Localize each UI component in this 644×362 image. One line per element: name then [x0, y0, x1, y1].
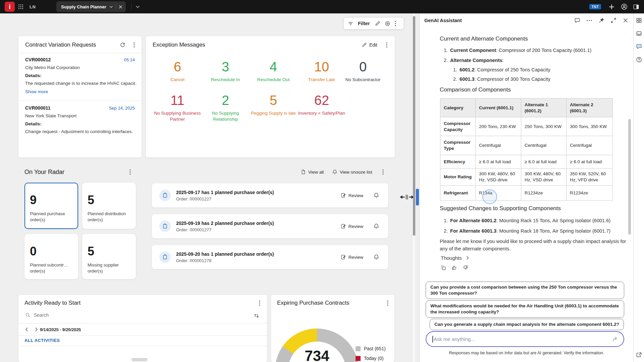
- review-button[interactable]: Review: [341, 193, 363, 198]
- radar-card-planned-distribution[interactable]: 5 Planned distribution order(s): [82, 183, 136, 229]
- right-rail: [633, 13, 644, 362]
- kebab-menu-icon[interactable]: [129, 169, 131, 175]
- exception-stat[interactable]: 2 No Supplying Relationship: [200, 93, 251, 122]
- card-title: Activity Ready to Start: [24, 300, 80, 306]
- page-tab[interactable]: Supply Chain Planner: [56, 1, 125, 12]
- help-icon[interactable]: [636, 57, 642, 63]
- more-icon[interactable]: [586, 17, 592, 23]
- pin-icon[interactable]: [598, 17, 604, 23]
- suggestion-text: Can you provide a cost comparison betwee…: [430, 285, 617, 296]
- suggestion-chip[interactable]: What modifications would be needed for t…: [426, 300, 624, 318]
- view-all-button[interactable]: View all: [301, 169, 324, 175]
- next-chevron-icon[interactable]: [34, 327, 39, 332]
- divider: [18, 323, 267, 323]
- workspace-label[interactable]: LN: [30, 4, 36, 9]
- search-input[interactable]: [34, 312, 195, 318]
- radar-list-item[interactable]: 2025-09-17 has 1 planned purchase order(…: [152, 183, 388, 207]
- thumbs-up-icon[interactable]: [451, 265, 457, 270]
- stat-label: Cancel: [152, 77, 203, 83]
- exception-stat[interactable]: 5 Pegging Supply is late: [248, 93, 299, 116]
- exception-stat[interactable]: 6 Cancel: [152, 60, 203, 83]
- environment-badge[interactable]: TST: [589, 4, 601, 9]
- stat-label: No Supplying Relationship: [200, 110, 251, 122]
- stat-label: Pegging Supply is late: [248, 110, 299, 116]
- kebab-menu-icon[interactable]: [133, 42, 135, 48]
- legend-item[interactable]: Today (0): [356, 356, 383, 361]
- filter-label[interactable]: Filter: [358, 21, 370, 26]
- panels-icon[interactable]: [636, 17, 642, 23]
- copy-icon[interactable]: [440, 265, 446, 270]
- stat-value: 6: [152, 60, 203, 74]
- card-title: Expiring Purchase Contracts: [277, 300, 349, 306]
- user-icon[interactable]: [621, 3, 628, 10]
- view-snooze-button[interactable]: View snooze list: [332, 169, 372, 175]
- horizontal-scrollbar-thumb[interactable]: [131, 358, 148, 361]
- main-scrollbar[interactable]: [412, 13, 416, 362]
- cvr-company: New York State Transport: [25, 113, 135, 118]
- radar-item-order: Order: 000001278: [176, 258, 274, 263]
- panel-toggle-icon[interactable]: [633, 4, 639, 10]
- edit-pencil-icon[interactable]: [375, 21, 380, 26]
- filter-icon[interactable]: [348, 21, 354, 26]
- table-cell: Centrifugal: [567, 136, 613, 155]
- tab-label: Supply Chain Planner: [61, 4, 106, 9]
- radar-list-item[interactable]: 2025-09-19 has 2 planned purchase order(…: [152, 214, 388, 238]
- table-cell: Centrifugal: [521, 136, 567, 155]
- kebab-menu-icon[interactable]: [259, 300, 260, 306]
- edit-label: Edit: [369, 42, 377, 48]
- exception-stat[interactable]: 62 Inventory < Safety/Plan: [297, 93, 347, 116]
- suggestion-chip[interactable]: Can you generate a supply chain impact a…: [430, 319, 624, 330]
- add-icon[interactable]: [608, 4, 615, 10]
- tab-separator: [116, 4, 116, 9]
- radar-list-item[interactable]: 2025-09-20 has 1 planned purchase order(…: [152, 245, 388, 269]
- table-cell: Refrigerant: [440, 186, 476, 201]
- exception-stat[interactable]: 11 No Supplying Business Partner: [152, 93, 203, 122]
- kebab-menu-icon[interactable]: [387, 300, 388, 306]
- cvr-date: Sep 14, 2025: [109, 106, 135, 111]
- radar-card-planned-subcontracting[interactable]: 0 Planned subcontr… order(s): [24, 234, 78, 279]
- tab-chevron-icon[interactable]: [109, 5, 113, 9]
- list-item: 2.For Alternate 6001.3: Mounting Rack 18…: [444, 228, 610, 234]
- panel-resize-handle[interactable]: [416, 189, 419, 205]
- kebab-menu-icon[interactable]: [382, 169, 384, 175]
- notification-bell-icon[interactable]: [373, 223, 379, 229]
- exception-stat[interactable]: 3 Reschedule In: [200, 60, 251, 83]
- new-tab-chevron-icon[interactable]: [136, 5, 140, 9]
- exception-stat[interactable]: 0 No Subcontractor: [338, 60, 388, 83]
- thumbs-down-icon[interactable]: [463, 265, 468, 270]
- table-cell: Efficiency: [440, 155, 476, 169]
- sort-icon[interactable]: [254, 313, 260, 319]
- content-scrollbar[interactable]: [628, 119, 631, 235]
- refresh-icon[interactable]: [120, 42, 125, 48]
- close-icon[interactable]: [623, 17, 629, 23]
- edit-button[interactable]: Edit: [362, 42, 377, 48]
- legend-item[interactable]: Past (651): [356, 346, 386, 351]
- notification-bell-icon[interactable]: [373, 192, 379, 198]
- tab-all-activities[interactable]: ALL ACTIVITIES: [24, 338, 60, 343]
- exception-stat[interactable]: 4 Reschedule Out: [248, 60, 299, 83]
- settings-gear-icon[interactable]: [385, 21, 390, 26]
- app-launcher-icon[interactable]: [18, 4, 23, 9]
- comment-icon[interactable]: [574, 17, 580, 23]
- infor-logo[interactable]: i: [5, 2, 15, 12]
- kebab-menu-icon[interactable]: [386, 42, 387, 48]
- open-new-window-icon[interactable]: [636, 352, 642, 358]
- thoughts-link[interactable]: Thoughts: [441, 255, 470, 261]
- click-indicator: [482, 189, 497, 204]
- chat-input[interactable]: [434, 336, 612, 342]
- scrollbar-thumb[interactable]: [413, 16, 415, 236]
- inbox-icon[interactable]: [636, 31, 642, 37]
- suggestion-chip[interactable]: Can you provide a cost comparison betwee…: [426, 282, 624, 299]
- send-icon[interactable]: [612, 336, 618, 342]
- review-button[interactable]: Review: [341, 254, 363, 260]
- notification-bell-icon[interactable]: [373, 254, 379, 260]
- review-button[interactable]: Review: [341, 224, 363, 229]
- more-options-icon[interactable]: [395, 21, 396, 26]
- radar-card-missing-supplier[interactable]: 5 Missing supplier order(s): [82, 234, 136, 279]
- expand-icon[interactable]: [610, 17, 616, 23]
- show-more-link[interactable]: Show more: [25, 89, 48, 94]
- tab-close-icon[interactable]: [119, 5, 122, 9]
- radar-card-planned-purchase[interactable]: 9 Planned purchase order(s): [24, 183, 78, 229]
- prev-chevron-icon[interactable]: [24, 327, 29, 332]
- assistant-chat-icon[interactable]: [636, 44, 642, 50]
